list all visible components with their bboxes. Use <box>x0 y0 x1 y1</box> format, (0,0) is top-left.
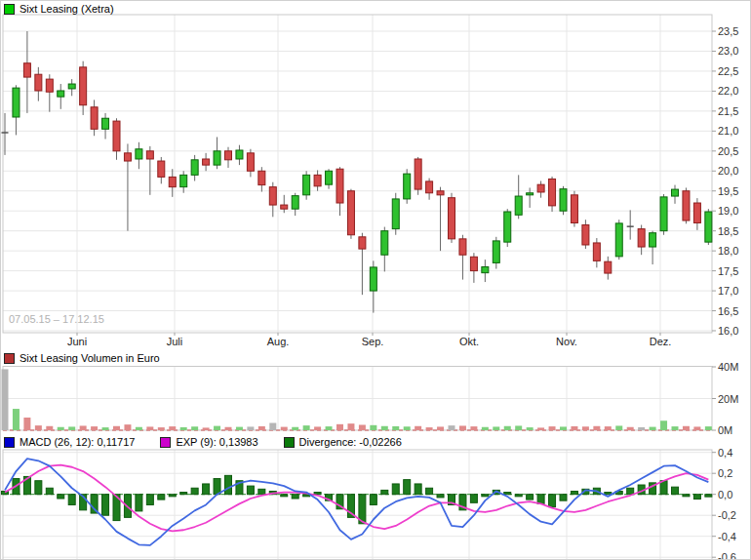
candle-body <box>537 184 544 192</box>
divergence-bar <box>560 495 567 500</box>
divergence-bar <box>705 495 712 497</box>
divergence-bar <box>169 495 176 497</box>
candle-body <box>571 195 577 223</box>
candle-body <box>615 223 622 257</box>
volume-bar <box>650 427 656 430</box>
divergence-bar <box>58 495 64 499</box>
candle-body <box>336 169 343 203</box>
volume-bar <box>693 426 700 430</box>
divergence-bar <box>605 493 612 495</box>
candle-body <box>370 267 376 291</box>
candle-body <box>124 153 131 161</box>
volume-series-swatch <box>4 353 15 364</box>
divergence-bar <box>683 495 690 497</box>
axis-tick-label: 0,4 <box>718 447 732 459</box>
candle-body <box>80 67 87 105</box>
volume-bar <box>381 426 388 430</box>
volume-bar <box>314 426 321 430</box>
candle-body <box>515 196 522 215</box>
axis-tick-label: -0,4 <box>718 531 736 542</box>
volume-bars-layer <box>2 369 712 430</box>
divergence-bar <box>504 493 511 495</box>
divergence-bar <box>515 495 522 497</box>
doji-body <box>2 132 9 134</box>
candle-body <box>449 198 455 239</box>
chart-title: Sixt Leasing (Xetra) <box>20 3 114 15</box>
axis-labels-layer: 23,523,022,522,021,521,020,520,019,519,0… <box>712 25 738 560</box>
candle-body <box>258 171 265 184</box>
volume-bar <box>68 426 75 430</box>
divergence-bar <box>46 488 53 494</box>
volume-bar <box>415 426 421 430</box>
volume-bar <box>705 426 712 430</box>
candle-body <box>191 160 198 176</box>
divergence-bar <box>225 475 232 494</box>
divergence-bar <box>404 480 411 495</box>
volume-bar <box>527 427 534 430</box>
volume-bar <box>638 427 645 430</box>
candle-body <box>314 175 321 185</box>
candle-body <box>504 212 511 242</box>
volume-bar <box>136 427 142 430</box>
panel-borders <box>3 15 712 560</box>
volume-bar <box>214 426 220 430</box>
candle-body <box>593 243 600 260</box>
volume-bar <box>593 426 600 430</box>
volume-bar <box>571 426 577 430</box>
exp-line-label: EXP (9): 0,13983 <box>176 436 257 448</box>
candle-body <box>214 151 220 165</box>
volume-bar <box>281 427 288 430</box>
volume-bar <box>537 427 544 430</box>
candle-body <box>426 181 433 193</box>
divergence-bar <box>102 495 109 516</box>
volume-bar <box>58 427 64 430</box>
divergence-bar <box>549 495 556 507</box>
macd-line-layer <box>5 459 708 545</box>
volume-bar <box>236 427 243 430</box>
volume-bar <box>370 425 376 430</box>
candle-body <box>437 191 444 195</box>
divergence-bar <box>292 495 298 499</box>
axis-tick-label: 16,5 <box>718 305 738 317</box>
doji-body <box>627 225 634 227</box>
axis-tick-label: 22,0 <box>718 85 738 97</box>
volume-bar <box>515 425 522 430</box>
chart-title-legend: Sixt Leasing (Xetra) <box>4 3 114 15</box>
divergence-bar <box>426 488 433 494</box>
axis-tick-label: 40M <box>718 361 738 373</box>
axis-tick-label: 23,0 <box>718 45 738 57</box>
candle-body <box>13 88 20 117</box>
axis-tick-label: 20,0 <box>718 165 738 177</box>
volume-bar <box>426 427 433 430</box>
volume-bar <box>336 424 343 430</box>
volume-bar <box>347 423 354 430</box>
candle-body <box>527 193 534 195</box>
axis-tick-label: -0,6 <box>718 551 736 560</box>
volume-bar <box>2 369 9 430</box>
candle-body <box>560 189 567 212</box>
divergence-bar <box>281 495 288 497</box>
macd-line-label: MACD (26, 12): 0,11717 <box>20 436 135 448</box>
signal-line-layer <box>5 465 708 532</box>
volume-bar <box>493 426 499 430</box>
candle-body <box>605 261 612 273</box>
candle-body <box>225 151 232 160</box>
volume-bar <box>180 427 187 430</box>
axis-tick-label: 0M <box>718 424 732 436</box>
divergence-bar <box>35 481 42 495</box>
volume-bar <box>258 426 265 430</box>
candle-body <box>347 191 354 235</box>
volume-bar <box>470 426 477 430</box>
volume-bar <box>627 427 634 430</box>
divergence-bar <box>247 486 254 495</box>
month-label: Dez. <box>650 336 672 347</box>
month-label: Juni <box>67 336 87 347</box>
candle-body <box>415 159 421 189</box>
divergence-bar <box>571 491 577 494</box>
gridlines-layer <box>3 15 712 560</box>
volume-bar <box>158 427 165 430</box>
candle-body <box>46 79 53 92</box>
volume-bar <box>91 426 98 430</box>
axis-tick-label: 20M <box>718 393 738 405</box>
candle-body <box>660 197 667 231</box>
